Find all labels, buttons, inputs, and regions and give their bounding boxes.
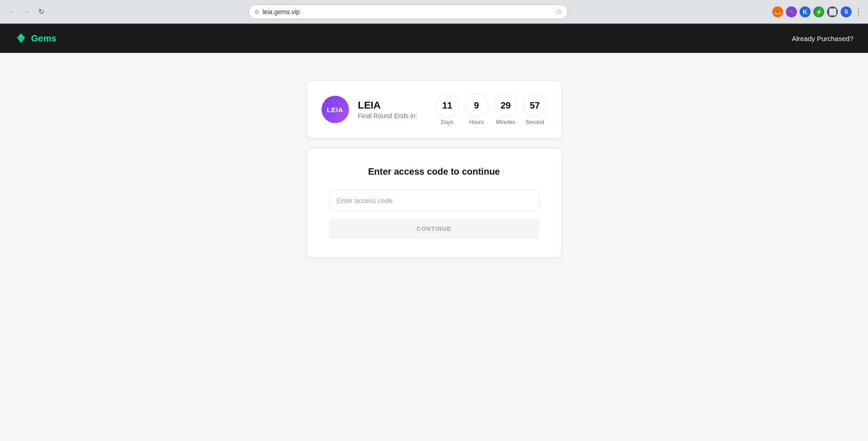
project-info: LEIA Final Round Ends in:: [358, 99, 426, 119]
seconds-value: 57: [523, 93, 547, 117]
already-purchased-link[interactable]: Already Purchased?: [792, 35, 853, 42]
refresh-button[interactable]: ↻: [35, 5, 47, 18]
browser-chrome: ← → ↻ ⊙ ☆ 🦊 🦎 K ⚡ ⬜ S ⋮: [0, 0, 868, 24]
back-button[interactable]: ←: [5, 5, 18, 18]
extension-purple[interactable]: 🦎: [786, 6, 797, 17]
hours-label: Hours: [469, 119, 483, 125]
days-label: Days: [441, 119, 453, 125]
hours-value: 9: [465, 93, 489, 117]
countdown-minutes: 29 Minutes: [494, 93, 518, 125]
access-card: Enter access code to continue CONTINUE: [307, 148, 562, 258]
seconds-label: Second: [525, 119, 544, 125]
logo-text: Gems: [31, 33, 57, 44]
countdown-days: 11 Days: [436, 93, 459, 125]
extension-k[interactable]: K: [800, 6, 811, 17]
access-code-input[interactable]: [329, 190, 540, 211]
project-logo: LEIA: [322, 96, 349, 123]
extension-green[interactable]: ⚡: [813, 6, 824, 17]
extension-box[interactable]: ⬜: [827, 6, 838, 17]
continue-button[interactable]: CONTINUE: [329, 218, 540, 239]
project-name: LEIA: [358, 99, 426, 111]
site-wrapper: Gems Already Purchased? LEIA LEIA Final …: [0, 24, 868, 441]
bookmark-icon[interactable]: ☆: [556, 7, 562, 16]
user-avatar[interactable]: S: [841, 6, 852, 17]
access-title: Enter access code to continue: [368, 166, 500, 177]
gems-logo-icon: [15, 32, 27, 45]
minutes-label: Minutes: [496, 119, 515, 125]
minutes-value: 29: [494, 93, 518, 117]
url-input[interactable]: [263, 8, 552, 16]
nav-buttons: ← → ↻: [5, 5, 47, 18]
countdown-group: 11 Days 9 Hours 29 Minutes 57 Second: [436, 93, 547, 125]
extensions-bar: 🦊 🦎 K ⚡ ⬜ S ⋮: [772, 6, 863, 17]
logo[interactable]: Gems: [15, 32, 57, 45]
more-options-button[interactable]: ⋮: [854, 7, 863, 17]
countdown-hours: 9 Hours: [465, 93, 489, 125]
project-subtitle: Final Round Ends in:: [358, 112, 426, 119]
main-content: LEIA LEIA Final Round Ends in: 11 Days 9…: [0, 53, 868, 441]
forward-button[interactable]: →: [20, 5, 33, 18]
countdown-seconds: 57 Second: [523, 93, 547, 125]
address-bar[interactable]: ⊙ ☆: [249, 5, 568, 19]
security-icon: ⊙: [255, 9, 259, 15]
days-value: 11: [436, 93, 459, 117]
project-card: LEIA LEIA Final Round Ends in: 11 Days 9…: [307, 80, 562, 139]
extension-fox[interactable]: 🦊: [772, 6, 783, 17]
navbar: Gems Already Purchased?: [0, 24, 868, 53]
